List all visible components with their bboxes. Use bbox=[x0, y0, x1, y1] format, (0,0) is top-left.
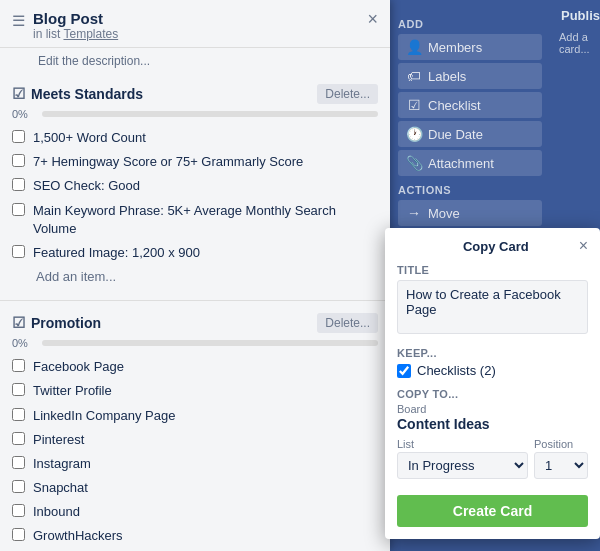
item-label: Main Keyword Phrase: 5K+ Average Monthly… bbox=[33, 202, 378, 238]
list-item: SEO Check: Good bbox=[12, 174, 378, 198]
item-label: GrowthHackers bbox=[33, 527, 123, 545]
checklist-promotion: ☑ Promotion Delete... 0% Facebook Page T… bbox=[0, 305, 390, 551]
copy-list-label: List bbox=[397, 438, 528, 450]
checklist-meets-standards-title: ☑ Meets Standards bbox=[12, 85, 143, 103]
progress-label-meets-standards: 0% bbox=[12, 108, 36, 120]
labels-btn[interactable]: 🏷 Labels bbox=[398, 63, 542, 89]
copy-title-label: Title bbox=[397, 264, 588, 276]
item-label: Facebook Page bbox=[33, 358, 124, 376]
list-item: 7+ Hemingway Score or 75+ Grammarly Scor… bbox=[12, 150, 378, 174]
published-col-title: Published bbox=[559, 4, 600, 27]
edit-description-link[interactable]: Edit the description... bbox=[0, 48, 390, 76]
add-card-label[interactable]: Add a card... bbox=[559, 31, 596, 55]
item-label: Snapchat bbox=[33, 479, 88, 497]
item-checkbox[interactable] bbox=[12, 408, 25, 421]
list-item: Facebook Page bbox=[12, 355, 378, 379]
checklist-meets-standards-header: ☑ Meets Standards Delete... bbox=[12, 84, 378, 104]
item-label: Twitter Profile bbox=[33, 382, 112, 400]
due-date-btn[interactable]: 🕐 Due Date bbox=[398, 121, 542, 147]
copy-title-input[interactable] bbox=[397, 280, 588, 334]
item-label: Featured Image: 1,200 x 900 bbox=[33, 244, 200, 262]
move-label: Move bbox=[428, 206, 460, 221]
copy-list-select[interactable]: In Progress bbox=[397, 452, 528, 479]
checklist-meets-standards-delete-btn[interactable]: Delete... bbox=[317, 84, 378, 104]
keep-checklists-label: Checklists (2) bbox=[417, 363, 496, 378]
copy-to-label: Copy to... bbox=[397, 388, 588, 400]
card-modal-title: Blog Post bbox=[33, 10, 359, 27]
list-item: Twitter Profile bbox=[12, 379, 378, 403]
item-label: Instagram bbox=[33, 455, 91, 473]
item-checkbox[interactable] bbox=[12, 130, 25, 143]
card-modal-close-btn[interactable]: × bbox=[367, 10, 378, 28]
progress-bar-promotion: 0% bbox=[12, 337, 378, 349]
move-btn[interactable]: → Move bbox=[398, 200, 542, 226]
keep-checklists-item: Checklists (2) bbox=[397, 363, 588, 378]
checklist-label: Checklist bbox=[428, 98, 481, 113]
keep-checklists-checkbox[interactable] bbox=[397, 364, 411, 378]
item-label: SEO Check: Good bbox=[33, 177, 140, 195]
item-label: 1,500+ Word Count bbox=[33, 129, 146, 147]
copy-card-popup-header: Copy Card × bbox=[397, 238, 588, 254]
item-label: Inbound bbox=[33, 503, 80, 521]
actions-section-title: Actions bbox=[398, 184, 542, 196]
published-column: Published ⚙ Add a card... bbox=[555, 0, 600, 59]
create-card-btn[interactable]: Create Card bbox=[397, 495, 588, 527]
copy-position-select[interactable]: 1 bbox=[534, 452, 588, 479]
item-checkbox[interactable] bbox=[12, 504, 25, 517]
item-checkbox[interactable] bbox=[12, 383, 25, 396]
copy-to-section: Copy to... Board Content Ideas List In P… bbox=[397, 388, 588, 479]
copy-list-position: List In Progress Position 1 bbox=[397, 438, 588, 479]
due-date-label: Due Date bbox=[428, 127, 483, 142]
card-modal: ☰ Blog Post in list Templates × Edit the… bbox=[0, 0, 390, 551]
checklist-meets-standards: ☑ Meets Standards Delete... 0% 1,500+ Wo… bbox=[0, 76, 390, 296]
members-btn[interactable]: 👤 Members bbox=[398, 34, 542, 60]
item-checkbox[interactable] bbox=[12, 528, 25, 541]
due-date-icon: 🕐 bbox=[406, 126, 422, 142]
card-title-area: Blog Post in list Templates bbox=[33, 10, 359, 41]
checklist-btn[interactable]: ☑ Checklist bbox=[398, 92, 542, 118]
copy-card-popup-close-btn[interactable]: × bbox=[579, 238, 588, 254]
checklist-check-icon: ☑ bbox=[12, 85, 25, 103]
progress-label-promotion: 0% bbox=[12, 337, 36, 349]
checklist-promotion-delete-btn[interactable]: Delete... bbox=[317, 313, 378, 333]
add-section-title: Add bbox=[398, 18, 542, 30]
keep-section: Keep... Checklists (2) bbox=[397, 347, 588, 378]
copy-to-board-label: Board bbox=[397, 403, 588, 415]
item-checkbox[interactable] bbox=[12, 178, 25, 191]
item-checkbox[interactable] bbox=[12, 245, 25, 258]
progress-track-promotion bbox=[42, 340, 378, 346]
item-checkbox[interactable] bbox=[12, 203, 25, 216]
item-checkbox[interactable] bbox=[12, 154, 25, 167]
move-icon: → bbox=[406, 205, 422, 221]
list-item: Snapchat bbox=[12, 476, 378, 500]
labels-label: Labels bbox=[428, 69, 466, 84]
item-label: 7+ Hemingway Score or 75+ Grammarly Scor… bbox=[33, 153, 303, 171]
item-checkbox[interactable] bbox=[12, 456, 25, 469]
attachment-btn[interactable]: 📎 Attachment bbox=[398, 150, 542, 176]
copy-position-label: Position bbox=[534, 438, 588, 450]
list-name-link[interactable]: Templates bbox=[63, 27, 118, 41]
list-item: Inbound bbox=[12, 500, 378, 524]
members-label: Members bbox=[428, 40, 482, 55]
checklist-icon: ☑ bbox=[406, 97, 422, 113]
list-item: Pinterest bbox=[12, 428, 378, 452]
copy-card-popup-title: Copy Card bbox=[413, 239, 579, 254]
item-checkbox[interactable] bbox=[12, 432, 25, 445]
list-item: 1,500+ Word Count bbox=[12, 126, 378, 150]
meets-standards-items: 1,500+ Word Count 7+ Hemingway Score or … bbox=[12, 126, 378, 265]
copy-to-board-name: Content Ideas bbox=[397, 416, 588, 432]
list-item: Instagram bbox=[12, 452, 378, 476]
copy-card-popup: Copy Card × Title Keep... Checklists (2)… bbox=[385, 228, 600, 539]
card-modal-header: ☰ Blog Post in list Templates × bbox=[0, 0, 390, 48]
meets-standards-add-item-btn[interactable]: Add an item... bbox=[12, 265, 378, 288]
members-icon: 👤 bbox=[406, 39, 422, 55]
labels-icon: 🏷 bbox=[406, 68, 422, 84]
item-checkbox[interactable] bbox=[12, 480, 25, 493]
list-item: GrowthHackers bbox=[12, 524, 378, 548]
list-item: Featured Image: 1,200 x 900 bbox=[12, 241, 378, 265]
item-checkbox[interactable] bbox=[12, 359, 25, 372]
in-list-text: in list Templates bbox=[33, 27, 359, 41]
copy-position-wrap: Position 1 bbox=[534, 438, 588, 479]
list-item: LinkedIn Company Page bbox=[12, 404, 378, 428]
checklist-promotion-icon: ☑ bbox=[12, 314, 25, 332]
